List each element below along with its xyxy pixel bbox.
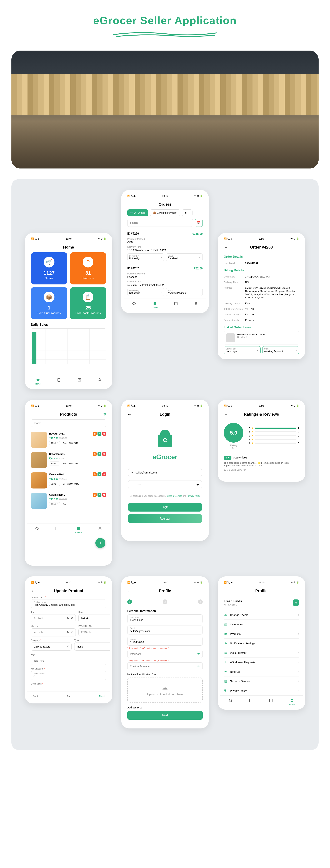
filter-icon[interactable]: ▽ <box>104 412 106 416</box>
back-button[interactable]: ← <box>224 412 228 417</box>
nav-home[interactable]: Home <box>35 378 40 385</box>
size-select[interactable]: 50 ML <box>49 441 60 445</box>
brand-input[interactable]: ✕ <box>78 614 110 622</box>
search-input[interactable] <box>127 219 193 227</box>
menu-products[interactable]: ▦Products› <box>224 629 299 639</box>
menu-change-theme[interactable]: ◐Change Theme› <box>224 610 299 620</box>
copy-button[interactable]: ⎘ <box>93 432 97 436</box>
nav-products[interactable]: Products <box>75 526 82 533</box>
delete-button[interactable]: 🗑 <box>102 452 106 456</box>
back-button[interactable]: ← <box>31 588 35 593</box>
nav-products[interactable] <box>174 302 178 309</box>
nav-profile[interactable] <box>98 378 102 385</box>
manufacturer-input[interactable]: Manufacturer0 <box>31 671 106 680</box>
nav-profile[interactable] <box>98 526 102 533</box>
size-select[interactable]: 50 ML <box>49 502 60 506</box>
add-product-fab[interactable]: + <box>95 538 105 548</box>
nav-orders[interactable]: Orders <box>152 302 158 309</box>
nav-products[interactable] <box>269 698 273 705</box>
delivery-boy-select[interactable]: Delivery BoyNot assign <box>127 288 164 296</box>
email-input[interactable]: ✉ <box>128 468 202 477</box>
product-name-input[interactable]: Product nameRich Creamy Cheddar Cheese S… <box>31 599 106 608</box>
size-select[interactable]: 50 ML <box>49 482 60 486</box>
order-item[interactable]: ID #4290₹215.00 Payment Method COD Deliv… <box>124 229 206 264</box>
delivery-boy-select[interactable]: Delivery BoyNot assign <box>127 253 164 261</box>
password-input[interactable]: ⊸👁 <box>128 480 202 489</box>
back-nav[interactable]: ‹ Back <box>31 695 39 698</box>
privacy-link[interactable]: Privacy Policy <box>187 495 200 497</box>
menu-rate-us[interactable]: ★Rate Us› <box>224 667 299 677</box>
menu-wallet[interactable]: ▭Wallet History› <box>224 648 299 657</box>
edit-profile-button[interactable]: ✎ <box>293 599 299 606</box>
edit-button[interactable]: ✎ <box>98 472 101 476</box>
copy-button[interactable]: ⎘ <box>93 472 97 476</box>
login-button[interactable]: Login <box>128 503 202 512</box>
size-select[interactable]: 50 ML <box>49 462 60 465</box>
step-2[interactable]: 2 <box>163 599 167 604</box>
mobile-input[interactable]: Mobile0123456789 <box>127 637 203 646</box>
status-select[interactable]: StatusAwaiting Payment <box>166 288 203 296</box>
stat-products[interactable]: P31Products <box>70 252 106 284</box>
clear-icon[interactable]: ✕ <box>71 631 73 634</box>
nav-orders[interactable] <box>55 526 59 533</box>
stat-soldout[interactable]: 📦1Sold Out Products <box>31 287 67 319</box>
nav-products[interactable] <box>77 378 81 385</box>
nav-profile[interactable]: Profile <box>289 698 295 705</box>
nav-profile[interactable] <box>194 302 198 309</box>
tab-awaiting[interactable]: 👜Awaiting Payment <box>150 209 180 216</box>
next-nav[interactable]: Next › <box>99 695 106 698</box>
step-1[interactable]: 1 <box>127 599 132 604</box>
tags-input[interactable] <box>31 657 106 665</box>
register-button[interactable]: Register <box>128 514 202 523</box>
back-button[interactable]: ← <box>127 412 132 417</box>
nav-home[interactable] <box>132 302 136 309</box>
copy-button[interactable]: ⎘ <box>93 493 97 497</box>
delete-button[interactable]: 🗑 <box>102 493 106 497</box>
step-3[interactable]: 3 <box>198 599 203 604</box>
status-select[interactable]: StatusReceived <box>166 253 203 261</box>
stat-orders[interactable]: 🛒1127Orders <box>31 252 67 284</box>
nav-orders[interactable] <box>57 378 61 385</box>
back-button[interactable]: ← <box>127 588 132 593</box>
category-select[interactable]: ✕ <box>31 643 72 651</box>
product-item[interactable]: Reequil Ultr...⎘✎🗑 ₹132.00₹148.00 50 MLS… <box>27 430 110 450</box>
edit-button[interactable]: ✎ <box>98 432 101 436</box>
search-input[interactable] <box>31 420 106 427</box>
menu-notifications[interactable]: ⊕Notifications Settings› <box>224 639 299 648</box>
status-select[interactable]: StatusAwaiting Payment <box>262 346 299 354</box>
nav-home[interactable] <box>228 698 232 705</box>
copy-button[interactable]: ⎘ <box>93 452 97 456</box>
nav-orders[interactable] <box>249 698 253 705</box>
back-button[interactable]: ← <box>224 245 228 250</box>
eye-icon[interactable]: 👁 <box>196 483 199 487</box>
tab-all-orders[interactable]: 🛒All Orders <box>127 209 148 216</box>
menu-privacy[interactable]: ⛨Privacy Policy› <box>224 686 299 695</box>
edit-button[interactable]: ✎ <box>98 493 101 497</box>
product-item[interactable]: Calvin Klein...⎘✎🗑 ₹132.00₹148.00 50 MLS… <box>27 491 110 511</box>
next-button[interactable]: Next <box>127 711 203 720</box>
email-input[interactable]: Emailseller@gmail.com <box>127 625 203 634</box>
upload-nid[interactable]: ☁Upload national id card here <box>127 678 203 703</box>
eye-icon[interactable]: 👁 <box>197 652 200 656</box>
nav-home[interactable] <box>35 526 39 533</box>
clear-icon[interactable]: ✕ <box>71 617 73 620</box>
eye-icon[interactable]: 👁 <box>197 665 200 668</box>
password-input[interactable]: 👁 <box>127 650 203 658</box>
username-input[interactable]: User NameFresh Finds <box>127 615 203 623</box>
edit-button[interactable]: ✎ <box>98 452 101 456</box>
edit-icon[interactable]: ✎ <box>67 631 69 634</box>
tax-input[interactable]: ✎✕ <box>31 614 76 622</box>
delivery-boy-select[interactable]: Delivery BoyNot assign <box>224 346 261 354</box>
delete-button[interactable]: 🗑 <box>102 432 106 436</box>
order-item[interactable]: ID #4287₹52.00 Payment Method Phonepe De… <box>124 264 206 299</box>
stat-lowstock[interactable]: 📋25Low Stock Products <box>70 287 106 319</box>
confirm-password-input[interactable]: 👁 <box>127 662 203 670</box>
edit-icon[interactable]: ✎ <box>67 617 69 620</box>
menu-categories[interactable]: ◫Categories› <box>224 620 299 629</box>
made-in-input[interactable]: ✎✕ <box>31 628 76 637</box>
product-item[interactable]: UrbanBotani...⎘✎🗑 ₹132.00₹148.00 50 MLSt… <box>27 450 110 470</box>
clear-icon[interactable]: ✕ <box>67 645 69 648</box>
tab-third[interactable]: ■R <box>182 209 193 216</box>
fssai-input[interactable] <box>78 628 110 636</box>
delete-button[interactable]: 🗑 <box>102 472 106 476</box>
